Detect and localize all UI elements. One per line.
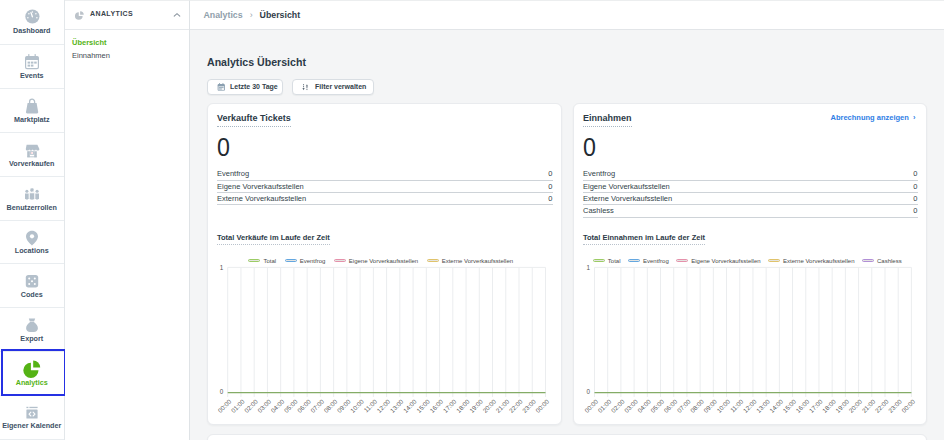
svg-text:21:00: 21:00 [494, 397, 510, 413]
svg-text:23:00: 23:00 [887, 397, 903, 413]
svg-text:16:00: 16:00 [794, 397, 810, 413]
svg-text:11:00: 11:00 [362, 397, 378, 413]
svg-text:03:00: 03:00 [256, 397, 272, 413]
svg-text:23:00: 23:00 [521, 397, 537, 413]
svg-text:02:00: 02:00 [243, 397, 259, 413]
svg-text:10:00: 10:00 [349, 397, 365, 413]
svg-text:12:00: 12:00 [742, 397, 758, 413]
svg-text:09:00: 09:00 [335, 397, 351, 413]
svg-text:22:00: 22:00 [874, 397, 890, 413]
svg-text:17:00: 17:00 [441, 397, 457, 413]
svg-text:09:00: 09:00 [702, 397, 718, 413]
svg-text:05:00: 05:00 [283, 397, 299, 413]
svg-text:18:00: 18:00 [821, 397, 837, 413]
svg-text:02:00: 02:00 [610, 397, 626, 413]
svg-text:15:00: 15:00 [781, 397, 797, 413]
svg-text:00:00: 00:00 [216, 397, 232, 413]
svg-text:03:00: 03:00 [623, 397, 639, 413]
svg-text:14:00: 14:00 [768, 397, 784, 413]
svg-text:19:00: 19:00 [834, 397, 850, 413]
svg-text:10:00: 10:00 [715, 397, 731, 413]
svg-text:00:00: 00:00 [583, 397, 599, 413]
svg-text:13:00: 13:00 [755, 397, 771, 413]
svg-text:0: 0 [586, 388, 590, 395]
svg-text:05:00: 05:00 [649, 397, 665, 413]
svg-text:00:00: 00:00 [534, 397, 550, 413]
svg-text:21:00: 21:00 [860, 397, 876, 413]
svg-text:01:00: 01:00 [230, 397, 246, 413]
svg-text:01:00: 01:00 [596, 397, 612, 413]
svg-text:06:00: 06:00 [296, 397, 312, 413]
svg-text:12:00: 12:00 [375, 397, 391, 413]
svg-text:20:00: 20:00 [847, 397, 863, 413]
svg-text:07:00: 07:00 [309, 397, 325, 413]
svg-text:14:00: 14:00 [402, 397, 418, 413]
svg-text:17:00: 17:00 [808, 397, 824, 413]
svg-text:04:00: 04:00 [636, 397, 652, 413]
svg-text:1: 1 [220, 264, 224, 271]
svg-text:18:00: 18:00 [455, 397, 471, 413]
svg-text:00:00: 00:00 [900, 397, 916, 413]
svg-text:19:00: 19:00 [468, 397, 484, 413]
svg-text:16:00: 16:00 [428, 397, 444, 413]
svg-text:13:00: 13:00 [388, 397, 404, 413]
svg-text:06:00: 06:00 [662, 397, 678, 413]
svg-text:15:00: 15:00 [415, 397, 431, 413]
svg-text:08:00: 08:00 [689, 397, 705, 413]
svg-text:07:00: 07:00 [676, 397, 692, 413]
svg-text:0: 0 [220, 388, 224, 395]
svg-text:04:00: 04:00 [269, 397, 285, 413]
svg-text:08:00: 08:00 [322, 397, 338, 413]
svg-text:22:00: 22:00 [508, 397, 524, 413]
svg-text:20:00: 20:00 [481, 397, 497, 413]
svg-text:1: 1 [586, 264, 590, 271]
